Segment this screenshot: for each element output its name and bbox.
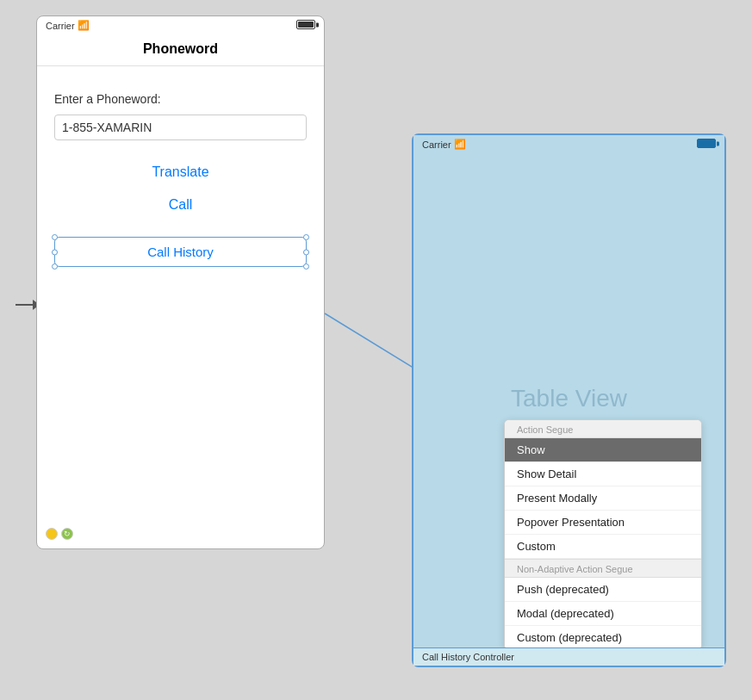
dropdown-section2-header: Non-Adaptive Action Segue	[505, 559, 701, 578]
handle-br	[303, 263, 309, 269]
carrier-label: Carrier	[46, 21, 75, 31]
action-segue-dropdown[interactable]: Action Segue Show Show Detail Present Mo…	[504, 419, 702, 650]
call-history-button[interactable]: Call History	[54, 237, 307, 267]
canvas: Carrier 📶 Phoneword Enter a Phoneword: 1…	[0, 0, 752, 700]
phone-frame-2: Carrier 📶 Table View Action Segue Show S…	[412, 133, 726, 667]
phone-content: Enter a Phoneword: 1-855-XAMARIN Transla…	[37, 66, 324, 267]
dropdown-item-show[interactable]: Show	[505, 438, 701, 462]
carrier-wifi-2: Carrier 📶	[422, 139, 466, 150]
battery-container-2	[697, 139, 716, 150]
handle-mr	[303, 249, 309, 255]
dropdown-item-push[interactable]: Push (deprecated)	[505, 578, 701, 602]
wifi-icon: 📶	[78, 20, 90, 31]
table-view-label: Table View	[413, 385, 724, 412]
status-bar-1: Carrier 📶	[37, 16, 324, 34]
call-history-container: Call History	[54, 237, 307, 267]
translate-button[interactable]: Translate	[54, 158, 307, 187]
dropdown-item-popover[interactable]: Popover Presentation	[505, 511, 701, 535]
battery-icon-2	[697, 139, 716, 148]
phoneword-input[interactable]: 1-855-XAMARIN	[54, 115, 307, 140]
phone2-bottom-label: Call History Controller	[413, 647, 724, 666]
handle-tr	[303, 234, 309, 240]
carrier-wifi: Carrier 📶	[46, 20, 90, 31]
dropdown-item-custom[interactable]: Custom	[505, 535, 701, 559]
call-button[interactable]: Call	[54, 190, 307, 220]
dropdown-item-show-detail[interactable]: Show Detail	[505, 462, 701, 486]
wifi-icon-2: 📶	[454, 139, 466, 150]
handle-ml	[52, 249, 58, 255]
dropdown-item-present-modally[interactable]: Present Modally	[505, 486, 701, 511]
dropdown-section1-header: Action Segue	[505, 420, 701, 438]
phone-frame-1: Carrier 📶 Phoneword Enter a Phoneword: 1…	[36, 15, 325, 549]
battery-icon	[296, 20, 315, 29]
handle-bl	[52, 263, 58, 269]
dot-reload: ↻	[61, 528, 73, 540]
phoneword-label: Enter a Phoneword:	[54, 92, 307, 106]
phone-title: Phoneword	[37, 34, 324, 66]
phone-frame-2-inner: Carrier 📶 Table View Action Segue Show S…	[413, 135, 724, 666]
carrier-label-2: Carrier	[422, 139, 451, 150]
dropdown-item-custom-deprecated[interactable]: Custom (deprecated)	[505, 626, 701, 649]
battery-container	[296, 20, 315, 31]
status-bar-2: Carrier 📶	[413, 135, 724, 153]
dropdown-item-modal[interactable]: Modal (deprecated)	[505, 602, 701, 626]
phone-bottom-indicators: ↻	[46, 528, 73, 540]
dot-yellow	[46, 528, 58, 540]
handle-tl	[52, 234, 58, 240]
